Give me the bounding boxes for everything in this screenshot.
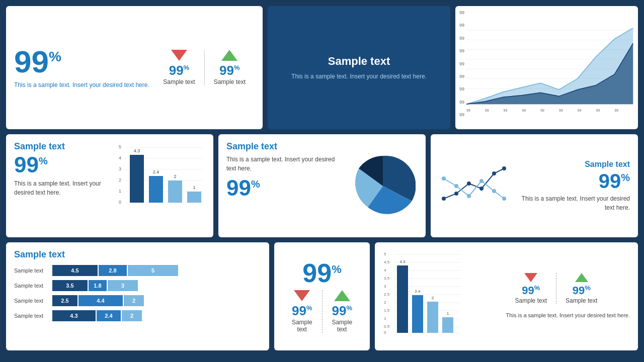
ind1-suffix: % — [184, 64, 190, 71]
r3-mid-suf: % — [332, 263, 342, 276]
r3-right-ind-row: 99% Sample text 99% Sample text — [506, 273, 630, 304]
y-axis-labels: 99 99 99 99 99 99 99 99 99 — [459, 10, 466, 125]
bar-chart-svg: 5 4 3 2 1 0 4.3 — [115, 141, 205, 214]
svg-text:4.3: 4.3 — [399, 259, 406, 264]
svg-rect-76 — [412, 295, 423, 333]
r3-ind1-label: Sample text — [291, 319, 313, 333]
svg-rect-34 — [149, 176, 163, 203]
indicator-down: 99% Sample text — [154, 50, 204, 85]
r2-mid-title: Sample text — [226, 141, 343, 152]
row3: Sample text Sample text 4.5 2.8 5 Sample… — [6, 242, 638, 350]
svg-rect-38 — [187, 192, 201, 203]
svg-text:1.5: 1.5 — [384, 308, 390, 313]
ind2-suffix: % — [234, 64, 240, 71]
indicator-up: 99% Sample text — [204, 50, 255, 85]
r3-right-ind1-label: Sample text — [515, 297, 547, 304]
hbar-label-2: Sample text — [14, 283, 50, 289]
svg-text:1: 1 — [119, 189, 121, 194]
svg-text:99: 99 — [578, 109, 582, 112]
svg-text:0: 0 — [384, 330, 386, 335]
bar-chart-r2-left: 5 4 3 2 1 0 4.3 — [115, 141, 205, 207]
svg-text:99: 99 — [559, 109, 563, 112]
svg-point-46 — [442, 176, 446, 180]
card-r2-mid: Sample text This is a sample text. Inser… — [218, 134, 426, 237]
svg-point-45 — [502, 166, 506, 170]
hbar-seg1-1: 4.5 — [52, 265, 98, 276]
arrow-up-icon — [221, 50, 237, 61]
card-r3-mid: 99% 99% Sample text 99% Sample text — [274, 242, 370, 350]
svg-text:4: 4 — [119, 155, 121, 160]
svg-text:99: 99 — [614, 109, 618, 112]
svg-text:99: 99 — [596, 109, 600, 112]
r3-indicators: 99% Sample text 99% Sample text — [282, 290, 362, 333]
row2: Sample text 99% This is a sample text. I… — [6, 134, 638, 237]
card-top-right: 99 99 99 99 99 99 99 99 99 — [455, 6, 638, 129]
hbar-seg1-3: 2.5 — [52, 295, 77, 306]
ind2-number: 99 — [219, 63, 234, 78]
r2-right-suf: % — [621, 171, 630, 183]
ind1-number: 99 — [169, 63, 184, 78]
pie-chart-svg — [350, 153, 416, 219]
svg-point-41 — [454, 192, 458, 196]
ind2-percent: 99% — [219, 63, 239, 78]
svg-text:2.4: 2.4 — [415, 289, 421, 294]
hbar-row-1: Sample text 4.5 2.8 5 — [14, 265, 261, 276]
svg-text:5: 5 — [119, 144, 121, 149]
hbar-seg2-3: 4.4 — [78, 295, 123, 306]
r3-right-ind2-label: Sample text — [566, 297, 597, 304]
svg-text:2.4: 2.4 — [153, 169, 159, 174]
card1-left: 99% This is a sample text. Insert your d… — [14, 46, 154, 89]
line-chart-area: 99 99 99 99 99 99 99 99 99 — [466, 10, 634, 125]
dashboard: 99% This is a sample text. Insert your d… — [6, 6, 638, 356]
svg-text:4: 4 — [384, 268, 386, 273]
arrow-down-icon — [171, 50, 187, 61]
hbar-seg1-2: 3.5 — [52, 280, 88, 291]
r2-mid-num: 99 — [226, 175, 251, 200]
r3-bar-chart-svg: 5 4.5 4 3.5 3 2.5 2 1.5 1 0.5 0 — [383, 249, 461, 337]
svg-rect-80 — [442, 317, 453, 333]
r2-mid-percent: 99% — [226, 177, 343, 199]
hbar-seg1-4: 4.3 — [52, 310, 96, 321]
hbar-label-4: Sample text — [14, 313, 50, 319]
svg-text:1: 1 — [193, 185, 195, 190]
hbar-segments-2: 3.5 1.8 3 — [52, 280, 138, 291]
r3-indicator-up: 99% Sample text — [322, 290, 362, 333]
r2-left-desc: This is a sample text. Insert your desir… — [14, 179, 111, 197]
svg-text:5: 5 — [384, 252, 386, 256]
card-r2-left-info: Sample text 99% This is a sample text. I… — [14, 141, 111, 230]
hbar-segments-1: 4.5 2.8 5 — [52, 265, 178, 276]
r2-right-percent: 99% — [599, 171, 630, 191]
hbar-label-3: Sample text — [14, 298, 50, 304]
r3-mid-percent: 99% — [302, 260, 341, 286]
r2-right-title: Sample text — [585, 160, 630, 169]
card2-title: Sample text — [328, 55, 390, 68]
card-r2-mid-info: Sample text This is a sample text. Inser… — [226, 141, 343, 230]
svg-point-48 — [467, 194, 471, 198]
hbar-seg3-4: 2 — [122, 310, 142, 321]
r2-right-num: 99 — [599, 170, 621, 192]
svg-text:2: 2 — [119, 177, 121, 183]
hbar-seg2-2: 1.8 — [89, 280, 107, 291]
r3-right-indicators: 99% Sample text 99% Sample text This is … — [506, 249, 630, 343]
svg-text:1: 1 — [447, 311, 449, 316]
ind1-percent: 99% — [169, 63, 189, 78]
big-percent-suffix: % — [49, 49, 61, 64]
svg-rect-74 — [397, 265, 408, 333]
hbar-row-2: Sample text 3.5 1.8 3 — [14, 280, 261, 291]
card2-desc: This is a sample text. Insert your desir… — [291, 72, 427, 81]
line-chart-svg: 99 99 99 99 99 99 99 99 99 — [466, 10, 634, 125]
hbar-segments-4: 4.3 2.4 2 — [52, 310, 142, 321]
card-r3-right: 5 4.5 4 3.5 3 2.5 2 1.5 1 0.5 0 — [375, 242, 638, 350]
hbar-seg3-1: 5 — [128, 265, 178, 276]
r2-left-percent: 99% — [14, 154, 111, 176]
r3-right-ind-down: 99% Sample text — [506, 273, 556, 304]
card-r2-left: Sample text 99% This is a sample text. I… — [6, 134, 213, 237]
svg-point-51 — [502, 197, 506, 201]
horiz-bar-chart: Sample text 4.5 2.8 5 Sample text 3.5 1.… — [14, 265, 261, 321]
svg-rect-78 — [427, 302, 438, 333]
svg-rect-36 — [168, 180, 182, 203]
svg-text:99: 99 — [522, 109, 526, 112]
svg-text:3: 3 — [119, 166, 121, 171]
card-r2-right-info: Sample text 99% This is a sample text. I… — [513, 141, 630, 230]
svg-text:1: 1 — [384, 316, 386, 321]
